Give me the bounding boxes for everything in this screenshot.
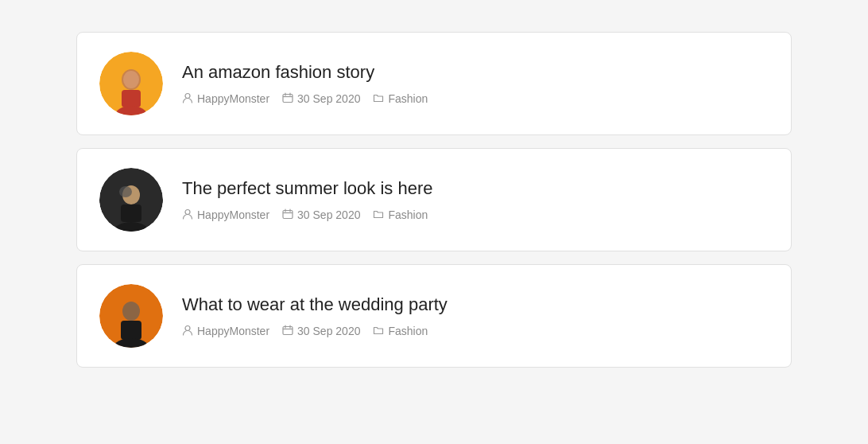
svg-rect-6 [283,94,293,102]
post-card-3[interactable]: What to wear at the wedding party HappyM… [76,264,792,368]
post-category-3: Fashion [373,325,428,338]
post-avatar-3 [99,284,163,348]
post-category-1: Fashion [373,92,428,106]
category-name: Fashion [388,92,428,105]
post-avatar-1 [99,52,163,115]
calendar-icon [282,92,293,106]
category-name: Fashion [388,208,428,221]
author-name: HappyMonster [197,208,269,221]
calendar-icon [282,325,293,338]
post-meta-2: HappyMonster 30 Sep 2020 [182,208,769,222]
svg-point-24 [185,325,190,330]
folder-icon [373,325,384,338]
post-content-2: The perfect summer look is here HappyMon… [182,177,769,222]
user-icon [182,92,193,106]
post-date-text: 30 Sep 2020 [297,92,360,105]
post-category-2: Fashion [373,208,428,222]
author-name: HappyMonster [197,92,269,105]
category-name: Fashion [388,325,428,337]
post-avatar-2 [99,168,163,232]
user-icon [182,208,193,222]
post-title-1: An amazon fashion story [182,61,769,84]
post-author-2: HappyMonster [182,208,269,222]
post-content-1: An amazon fashion story HappyMonster [182,61,769,106]
svg-rect-16 [283,210,293,218]
post-title-2: The perfect summer look is here [182,177,769,201]
post-card-2[interactable]: The perfect summer look is here HappyMon… [76,148,792,251]
post-date-1: 30 Sep 2020 [282,92,360,106]
svg-point-14 [119,186,132,197]
posts-list: An amazon fashion story HappyMonster [76,16,792,384]
post-author-1: HappyMonster [182,92,269,106]
user-icon [182,325,193,338]
svg-rect-3 [122,90,141,107]
calendar-icon [282,208,293,222]
svg-point-15 [185,209,190,214]
post-title-3: What to wear at the wedding party [182,294,769,317]
post-meta-3: HappyMonster 30 Sep 2020 [182,325,769,338]
post-meta-1: HappyMonster 30 Sep 2020 [182,92,769,106]
svg-point-5 [185,93,190,98]
post-date-text: 30 Sep 2020 [297,325,360,337]
author-name: HappyMonster [197,325,269,337]
svg-rect-12 [121,204,141,222]
folder-icon [373,92,384,106]
post-date-2: 30 Sep 2020 [282,208,360,222]
svg-point-21 [122,302,140,321]
post-date-3: 30 Sep 2020 [282,325,360,338]
post-author-3: HappyMonster [182,325,269,338]
svg-rect-22 [121,321,141,340]
post-card-1[interactable]: An amazon fashion story HappyMonster [76,32,792,135]
post-content-3: What to wear at the wedding party HappyM… [182,294,769,338]
folder-icon [373,208,384,222]
svg-point-2 [123,71,139,88]
svg-rect-25 [283,326,293,334]
post-date-text: 30 Sep 2020 [297,208,360,221]
